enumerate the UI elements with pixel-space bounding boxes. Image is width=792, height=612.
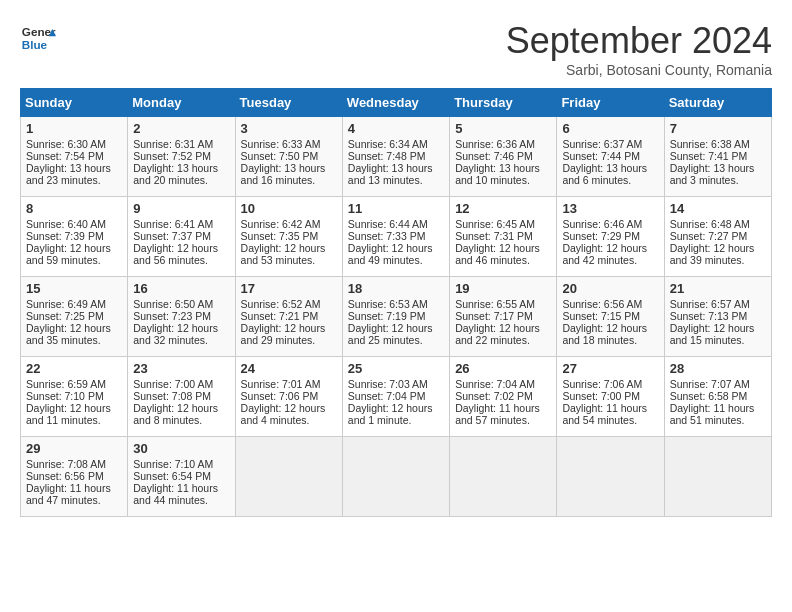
sunrise-text: Sunrise: 7:06 AM bbox=[562, 378, 642, 390]
sunrise-text: Sunrise: 6:53 AM bbox=[348, 298, 428, 310]
sunrise-text: Sunrise: 6:33 AM bbox=[241, 138, 321, 150]
calendar-cell: 18Sunrise: 6:53 AMSunset: 7:19 PMDayligh… bbox=[342, 277, 449, 357]
calendar-cell: 19Sunrise: 6:55 AMSunset: 7:17 PMDayligh… bbox=[450, 277, 557, 357]
day-number: 30 bbox=[133, 441, 229, 456]
day-number: 14 bbox=[670, 201, 766, 216]
daylight-text: Daylight: 11 hours and 57 minutes. bbox=[455, 402, 540, 426]
daylight-text: Daylight: 12 hours and 25 minutes. bbox=[348, 322, 433, 346]
calendar-cell bbox=[664, 437, 771, 517]
calendar-cell: 11Sunrise: 6:44 AMSunset: 7:33 PMDayligh… bbox=[342, 197, 449, 277]
day-number: 10 bbox=[241, 201, 337, 216]
month-title: September 2024 bbox=[506, 20, 772, 62]
daylight-text: Daylight: 13 hours and 3 minutes. bbox=[670, 162, 755, 186]
sunset-text: Sunset: 7:06 PM bbox=[241, 390, 319, 402]
sunrise-text: Sunrise: 6:34 AM bbox=[348, 138, 428, 150]
calendar-cell bbox=[235, 437, 342, 517]
sunrise-text: Sunrise: 6:44 AM bbox=[348, 218, 428, 230]
sunrise-text: Sunrise: 7:10 AM bbox=[133, 458, 213, 470]
daylight-text: Daylight: 12 hours and 42 minutes. bbox=[562, 242, 647, 266]
day-number: 8 bbox=[26, 201, 122, 216]
sunrise-text: Sunrise: 6:59 AM bbox=[26, 378, 106, 390]
sunrise-text: Sunrise: 6:55 AM bbox=[455, 298, 535, 310]
sunset-text: Sunset: 7:08 PM bbox=[133, 390, 211, 402]
calendar-cell bbox=[557, 437, 664, 517]
sunrise-text: Sunrise: 7:04 AM bbox=[455, 378, 535, 390]
day-number: 1 bbox=[26, 121, 122, 136]
day-number: 11 bbox=[348, 201, 444, 216]
day-number: 25 bbox=[348, 361, 444, 376]
daylight-text: Daylight: 13 hours and 10 minutes. bbox=[455, 162, 540, 186]
sunrise-text: Sunrise: 6:50 AM bbox=[133, 298, 213, 310]
sunset-text: Sunset: 7:13 PM bbox=[670, 310, 748, 322]
daylight-text: Daylight: 11 hours and 54 minutes. bbox=[562, 402, 647, 426]
calendar-cell: 30Sunrise: 7:10 AMSunset: 6:54 PMDayligh… bbox=[128, 437, 235, 517]
sunset-text: Sunset: 7:27 PM bbox=[670, 230, 748, 242]
sunset-text: Sunset: 7:35 PM bbox=[241, 230, 319, 242]
sunrise-text: Sunrise: 6:37 AM bbox=[562, 138, 642, 150]
day-number: 7 bbox=[670, 121, 766, 136]
day-number: 13 bbox=[562, 201, 658, 216]
sunrise-text: Sunrise: 7:00 AM bbox=[133, 378, 213, 390]
daylight-text: Daylight: 12 hours and 18 minutes. bbox=[562, 322, 647, 346]
calendar-cell: 16Sunrise: 6:50 AMSunset: 7:23 PMDayligh… bbox=[128, 277, 235, 357]
day-number: 23 bbox=[133, 361, 229, 376]
calendar-cell: 29Sunrise: 7:08 AMSunset: 6:56 PMDayligh… bbox=[21, 437, 128, 517]
calendar-cell bbox=[450, 437, 557, 517]
svg-text:General: General bbox=[22, 25, 56, 38]
day-number: 28 bbox=[670, 361, 766, 376]
sunset-text: Sunset: 7:25 PM bbox=[26, 310, 104, 322]
calendar-cell: 5Sunrise: 6:36 AMSunset: 7:46 PMDaylight… bbox=[450, 117, 557, 197]
day-number: 4 bbox=[348, 121, 444, 136]
day-number: 18 bbox=[348, 281, 444, 296]
day-number: 5 bbox=[455, 121, 551, 136]
day-number: 26 bbox=[455, 361, 551, 376]
daylight-text: Daylight: 12 hours and 49 minutes. bbox=[348, 242, 433, 266]
day-number: 2 bbox=[133, 121, 229, 136]
daylight-text: Daylight: 12 hours and 29 minutes. bbox=[241, 322, 326, 346]
day-number: 3 bbox=[241, 121, 337, 136]
daylight-text: Daylight: 12 hours and 46 minutes. bbox=[455, 242, 540, 266]
sunset-text: Sunset: 7:54 PM bbox=[26, 150, 104, 162]
daylight-text: Daylight: 12 hours and 15 minutes. bbox=[670, 322, 755, 346]
day-number: 17 bbox=[241, 281, 337, 296]
daylight-text: Daylight: 12 hours and 1 minute. bbox=[348, 402, 433, 426]
header-saturday: Saturday bbox=[664, 89, 771, 117]
calendar-week-row: 15Sunrise: 6:49 AMSunset: 7:25 PMDayligh… bbox=[21, 277, 772, 357]
header-sunday: Sunday bbox=[21, 89, 128, 117]
calendar-week-row: 8Sunrise: 6:40 AMSunset: 7:39 PMDaylight… bbox=[21, 197, 772, 277]
sunset-text: Sunset: 7:44 PM bbox=[562, 150, 640, 162]
sunrise-text: Sunrise: 7:08 AM bbox=[26, 458, 106, 470]
daylight-text: Daylight: 12 hours and 22 minutes. bbox=[455, 322, 540, 346]
day-number: 16 bbox=[133, 281, 229, 296]
sunset-text: Sunset: 7:17 PM bbox=[455, 310, 533, 322]
calendar-cell: 23Sunrise: 7:00 AMSunset: 7:08 PMDayligh… bbox=[128, 357, 235, 437]
daylight-text: Daylight: 12 hours and 53 minutes. bbox=[241, 242, 326, 266]
daylight-text: Daylight: 13 hours and 13 minutes. bbox=[348, 162, 433, 186]
day-number: 29 bbox=[26, 441, 122, 456]
day-number: 15 bbox=[26, 281, 122, 296]
daylight-text: Daylight: 12 hours and 35 minutes. bbox=[26, 322, 111, 346]
calendar-week-row: 22Sunrise: 6:59 AMSunset: 7:10 PMDayligh… bbox=[21, 357, 772, 437]
sunset-text: Sunset: 6:56 PM bbox=[26, 470, 104, 482]
sunrise-text: Sunrise: 7:01 AM bbox=[241, 378, 321, 390]
daylight-text: Daylight: 13 hours and 23 minutes. bbox=[26, 162, 111, 186]
logo: General Blue bbox=[20, 20, 56, 56]
day-number: 21 bbox=[670, 281, 766, 296]
sunrise-text: Sunrise: 6:38 AM bbox=[670, 138, 750, 150]
daylight-text: Daylight: 12 hours and 39 minutes. bbox=[670, 242, 755, 266]
sunset-text: Sunset: 7:00 PM bbox=[562, 390, 640, 402]
sunset-text: Sunset: 7:15 PM bbox=[562, 310, 640, 322]
page-header: General Blue September 2024 Sarbi, Botos… bbox=[20, 20, 772, 78]
header-wednesday: Wednesday bbox=[342, 89, 449, 117]
calendar-cell: 9Sunrise: 6:41 AMSunset: 7:37 PMDaylight… bbox=[128, 197, 235, 277]
day-number: 20 bbox=[562, 281, 658, 296]
sunset-text: Sunset: 7:33 PM bbox=[348, 230, 426, 242]
calendar-cell: 4Sunrise: 6:34 AMSunset: 7:48 PMDaylight… bbox=[342, 117, 449, 197]
sunset-text: Sunset: 7:19 PM bbox=[348, 310, 426, 322]
calendar-cell: 20Sunrise: 6:56 AMSunset: 7:15 PMDayligh… bbox=[557, 277, 664, 357]
day-number: 6 bbox=[562, 121, 658, 136]
calendar-cell: 17Sunrise: 6:52 AMSunset: 7:21 PMDayligh… bbox=[235, 277, 342, 357]
calendar-cell bbox=[342, 437, 449, 517]
calendar-cell: 15Sunrise: 6:49 AMSunset: 7:25 PMDayligh… bbox=[21, 277, 128, 357]
sunrise-text: Sunrise: 6:30 AM bbox=[26, 138, 106, 150]
